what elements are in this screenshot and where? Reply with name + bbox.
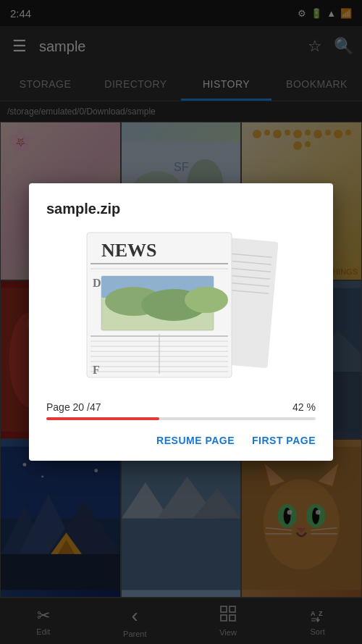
progress-pct-label: 42 % (292, 401, 316, 413)
svg-point-78 (185, 287, 228, 313)
modal-progress-row: Page 20 /47 42 % (46, 401, 316, 413)
progress-page-label: Page 20 /47 (46, 401, 101, 413)
first-page-button[interactable]: FIRST PAGE (252, 432, 316, 449)
svg-text:F: F (93, 364, 100, 376)
newspaper-image: G F NEWS D (80, 229, 282, 388)
modal-filename: sample.zip (46, 201, 316, 217)
modal-actions: RESUME PAGE FIRST PAGE (46, 432, 316, 449)
modal-overlay: sample.zip G F NEWS D (0, 0, 362, 644)
modal-image-area: G F NEWS D (46, 229, 316, 388)
svg-text:D: D (93, 277, 101, 289)
modal-card: sample.zip G F NEWS D (29, 183, 333, 461)
resume-page-button[interactable]: RESUME PAGE (156, 432, 235, 449)
progress-bar-fill (46, 417, 159, 420)
svg-text:NEWS: NEWS (101, 240, 157, 261)
progress-bar-bg (46, 417, 316, 420)
